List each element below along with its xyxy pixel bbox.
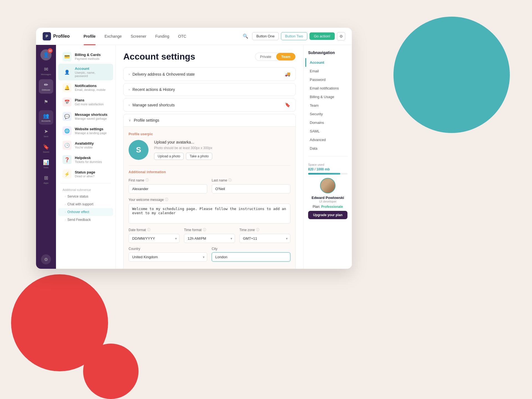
topbar-actions: 🔍 Button One Button Two Go action! ⚙ [241,32,345,41]
billing-text: Billing & Cards Payment methods [75,53,101,60]
sidebar-item-sent[interactable]: ➤ Sent [39,126,53,140]
subnav-user-role: UI developer [308,200,347,203]
upgrade-button[interactable]: Upgrade your plan [308,211,347,219]
toggle-private-button[interactable]: Private [255,53,276,60]
plan-link[interactable]: Professionale [321,205,343,209]
submenu-chat-support[interactable]: Chat with support [58,200,113,208]
topbar-logo[interactable]: P Profileo [43,32,70,40]
date-format-help-icon[interactable]: ⓘ [147,227,150,232]
accordion-shortcuts: › Manage saved shortcuts 🔖 [123,98,296,112]
submenu-service-status[interactable]: Service status [58,193,113,200]
country-label: Country [129,247,207,251]
settings-icon[interactable]: ⚙ [337,32,345,40]
nav-item-otc[interactable]: OTC [174,32,190,41]
onhover-label: Onhover [42,89,50,91]
timezone-select-wrapper: GMT+11 GMT+0 GMT-5 [239,234,290,243]
sidebar-item-onhover[interactable]: ✏ Onhover [39,79,53,94]
subnav-email-notifications[interactable]: Email notifications [305,84,350,93]
subnav-domains[interactable]: Domains [305,118,350,127]
country-select[interactable]: United Kingdom United States Australia [129,252,207,262]
menu-item-website[interactable]: 🌐 Website settings Manage a landing page [58,124,113,138]
plans-text: Plans Get more satisfaction [75,98,104,106]
window-body: 👤 12 ✉ Messages ✏ Onhover ⚑ 👥 Accounts ➤… [36,45,352,269]
gear-icon: ⚙ [44,257,48,262]
first-name-help-icon[interactable]: ⓘ [145,178,149,183]
sidebar-item-flag[interactable]: ⚑ [39,95,53,109]
sidebar-item-stats[interactable]: 📊 Stats [39,157,53,171]
shortcuts-icon: 💬 [63,112,71,121]
sidebar-item-saved[interactable]: 🔖 Saved [39,141,53,156]
accordion-delivery-left: › Delivery address & Onhovered state [129,72,195,76]
upload-photo-button[interactable]: Upload a photo [154,153,184,160]
account-text: Account Userpic, name, password [75,66,109,78]
sidebar-settings-button[interactable]: ⚙ [41,254,51,264]
sidebar-item-messages[interactable]: ✉ Messages [39,64,53,78]
subnav-password[interactable]: Password [305,75,350,84]
btn-two-button[interactable]: Button Two [281,32,307,40]
welcome-help-icon[interactable]: ⓘ [165,197,168,202]
subnav-advanced[interactable]: Advanced [305,135,350,144]
date-format-label: Date format ⓘ [129,227,180,232]
menu-item-shortcuts[interactable]: 💬 Message shortcuts Manage saved garbage [58,109,113,124]
website-icon: 🌐 [63,126,71,135]
toggle-team-button[interactable]: Team [276,53,295,60]
take-photo-button[interactable]: Take a photo [186,153,212,160]
timezone-help-icon[interactable]: ⓘ [256,227,259,232]
menu-item-plans[interactable]: 📅 Plans Get more satisfaction [58,95,113,109]
menu-item-account[interactable]: 👤 Account Userpic, name, password [58,64,113,80]
user-avatar[interactable]: 👤 12 [40,49,52,60]
nav-item-profile[interactable]: Profile [80,32,100,41]
nav-item-funding[interactable]: Funding [151,32,173,41]
time-format-help-icon[interactable]: ⓘ [203,227,206,232]
page-title: Account settings [123,52,195,62]
subnav-team[interactable]: Team [305,101,350,110]
nav-item-screener[interactable]: Screener [127,32,150,41]
menu-item-helpdesk[interactable]: ❓ Helpdesk Tickets for dummies [58,152,113,167]
accordion-delivery-header[interactable]: › Delivery address & Onhovered state 🚚 [124,68,295,81]
accordion-recent-header[interactable]: › Recent actions & History [124,83,295,96]
profile-section-header[interactable]: ∨ Profile settings [124,114,295,127]
menu-item-status[interactable]: ⚡ Status page Dead or alive? [58,167,113,181]
subnav-billing-usage[interactable]: Billing & Usage [305,93,350,101]
accordion-shortcuts-left: › Manage saved shortcuts [129,103,175,107]
btn-one-button[interactable]: Button One [252,32,279,40]
subnav-saml[interactable]: SAML [305,127,350,135]
date-format-select[interactable]: DD/MM/YYYY MM/DD/YYYY YYYY/MM/DD [129,234,180,243]
profile-section-title: Profile settings [134,118,159,122]
subnav-email[interactable]: Email [305,67,350,75]
timezone-select[interactable]: GMT+11 GMT+0 GMT-5 [239,234,290,243]
search-icon[interactable]: 🔍 [241,32,250,41]
stats-icon: 📊 [43,159,49,165]
submenu-onhover-effect[interactable]: Onhover effect [58,208,113,216]
menu-item-billing[interactable]: 💳 Billing & Cards Payment methods [58,49,113,64]
menu-item-notifications[interactable]: 🔔 Notifications Email, desktop, mobile [58,80,113,95]
subnav-data[interactable]: Data [305,144,350,153]
sidebar-item-accounts[interactable]: 👥 Accounts [39,110,53,125]
helpdesk-icon: ❓ [63,155,71,164]
private-team-toggle[interactable]: Private Team [255,53,296,61]
city-input[interactable] [212,252,290,262]
user-avatar-subnav [320,178,336,193]
welcome-textarea[interactable]: Welcome to my scheduling page. Please fo… [129,204,290,224]
main-content: Account settings Private Team › Delivery… [116,45,303,269]
subnav-security[interactable]: Security [305,110,350,118]
subnav-account[interactable]: Account [305,58,350,67]
time-format-select[interactable]: 12h AM/PM 24h [184,234,235,243]
edit-icon: ✏ [44,82,48,88]
last-name-input[interactable] [212,184,290,193]
bookmark-icon: 🔖 [285,102,290,108]
sidebar-item-apps[interactable]: ⊞ Apps [39,172,53,187]
go-action-button[interactable]: Go action! [310,32,335,40]
nav-item-exchange[interactable]: Exchange [101,32,126,41]
chevron-right-icon: › [129,72,130,76]
truck-icon: 🚚 [285,71,290,77]
menu-item-availability[interactable]: 🕒 Availability You're visible [58,138,113,152]
space-label: Space used [308,163,347,166]
accordion-shortcuts-label: Manage saved shortcuts [132,103,175,107]
last-name-help-icon[interactable]: ⓘ [228,178,232,183]
accordion-recent-left: › Recent actions & History [129,87,175,92]
first-name-input[interactable] [129,184,207,193]
accordion-shortcuts-header[interactable]: › Manage saved shortcuts 🔖 [124,98,295,111]
website-text: Website settings Manage a landing page [75,127,107,135]
submenu-send-feedback[interactable]: Send Feedback [58,216,113,224]
